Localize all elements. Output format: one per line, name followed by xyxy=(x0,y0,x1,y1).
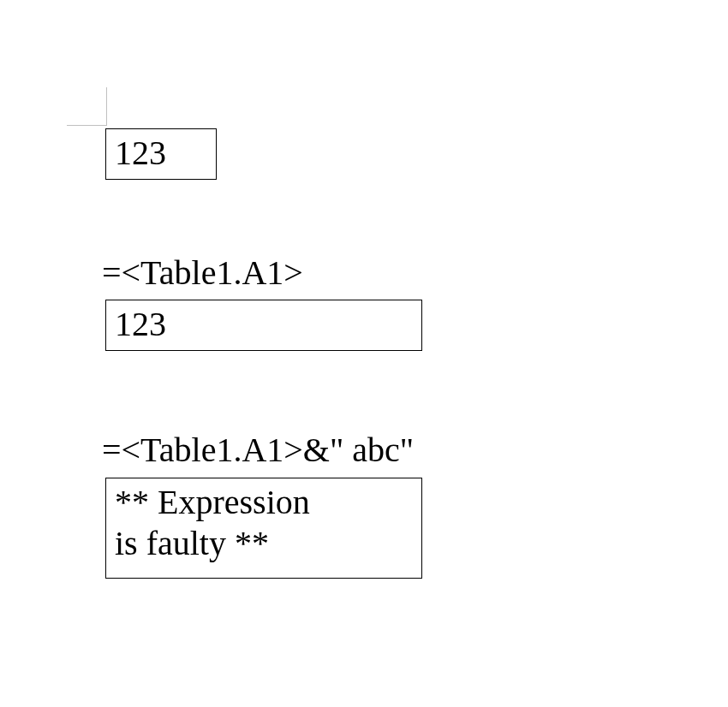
table-cell-3-line2: is faulty ** xyxy=(115,523,413,564)
table-cell-2[interactable]: 123 xyxy=(105,300,422,351)
page-margin-guide-h xyxy=(67,125,107,126)
page-margin-guide-v xyxy=(106,87,107,126)
table-cell-1-value: 123 xyxy=(115,134,166,172)
table-cell-3-line1: ** Expression xyxy=(115,482,413,523)
table-cell-3[interactable]: ** Expression is faulty ** xyxy=(105,478,422,579)
table-cell-1[interactable]: 123 xyxy=(105,128,217,180)
formula-label-3[interactable]: =<Table1.A1>&" abc" xyxy=(102,430,414,471)
table-cell-2-value: 123 xyxy=(115,305,166,343)
formula-label-2[interactable]: =<Table1.A1> xyxy=(102,253,303,294)
